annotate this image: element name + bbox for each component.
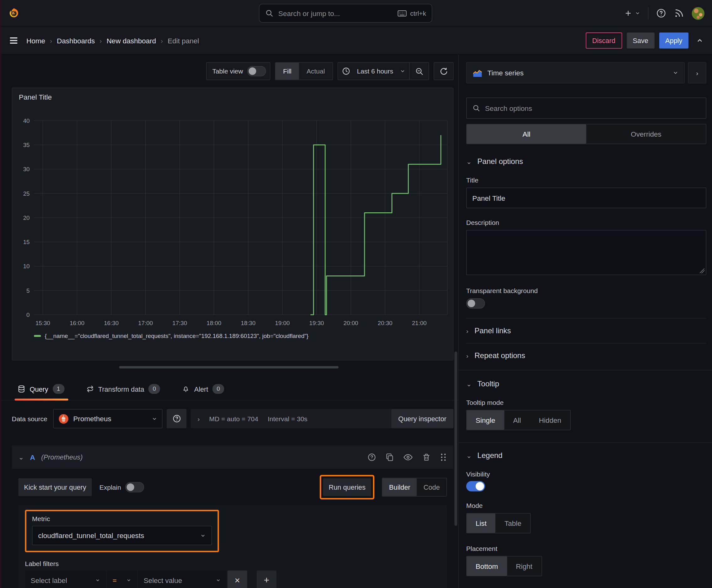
y-tick-label: 15 <box>23 239 30 245</box>
legend-section-header[interactable]: ⌄ Legend <box>466 451 706 460</box>
interval-summary: Interval = 30s <box>268 415 308 422</box>
panel-title-input[interactable] <box>466 188 706 208</box>
tab-query[interactable]: Query 1 <box>18 378 64 400</box>
tooltip-section-header[interactable]: ⌄ Tooltip <box>466 380 706 388</box>
breadcrumb-new-dashboard[interactable]: New dashboard <box>106 37 156 45</box>
tab-transform-data[interactable]: Transform data 0 <box>86 378 160 400</box>
explain-toggle[interactable] <box>125 482 144 492</box>
repeat-options-section[interactable]: › Repeat options <box>466 344 706 368</box>
tooltip-mode-hidden[interactable]: Hidden <box>530 411 570 430</box>
x-tick-label: 16:30 <box>104 320 118 327</box>
hide-query-eye-icon[interactable] <box>403 452 413 462</box>
tab-query-label: Query <box>30 385 48 393</box>
transparent-background-toggle[interactable] <box>466 298 485 309</box>
metric-select[interactable]: cloudflared_tunnel_total_requests <box>32 526 212 545</box>
breadcrumb-home[interactable]: Home <box>26 37 45 45</box>
discard-button[interactable]: Discard <box>585 33 622 49</box>
global-search-box[interactable]: Search or jump to... ctrl+k <box>259 4 432 23</box>
chevron-down-icon <box>200 533 206 538</box>
code-option[interactable]: Code <box>417 478 447 496</box>
metric-select-value: cloudflared_tunnel_total_requests <box>38 531 145 540</box>
query-row-header[interactable]: ⌄ A (Prometheus) <box>12 445 454 469</box>
left-column-scrollbar[interactable] <box>455 352 457 526</box>
drag-handle-grip-icon[interactable] <box>440 453 447 462</box>
select-label-placeholder: Select label <box>31 576 67 585</box>
legend-series-label[interactable]: {__name__="cloudflared_tunnel_total_requ… <box>45 333 308 339</box>
kick-start-query-button[interactable]: Kick start your query <box>19 478 92 496</box>
active-tab-underline <box>15 399 68 400</box>
tab-overrides[interactable]: Overrides <box>586 124 706 144</box>
legend-visibility-toggle[interactable] <box>466 481 485 491</box>
select-value-placeholder: Select value <box>144 576 182 585</box>
options-search-placeholder: Search options <box>485 104 532 112</box>
apply-button[interactable]: Apply <box>659 33 688 49</box>
tab-all-options[interactable]: All <box>467 124 586 144</box>
menu-hamburger-icon[interactable] <box>8 36 19 46</box>
explain-control: Explain <box>100 482 144 492</box>
search-icon <box>265 9 274 18</box>
collapse-query-chevron-icon[interactable]: ⌄ <box>19 453 24 461</box>
run-queries-button[interactable]: Run queries <box>323 478 371 496</box>
add-filter-button[interactable]: + <box>257 571 277 588</box>
legend-placement-right[interactable]: Right <box>507 556 542 576</box>
x-tick-label: 18:30 <box>241 320 256 327</box>
new-menu-button[interactable] <box>624 9 641 18</box>
visualization-picker[interactable]: Time series <box>466 62 685 84</box>
time-range-chevron-down-icon[interactable] <box>396 63 409 80</box>
tooltip-mode-all[interactable]: All <box>504 411 530 430</box>
metric-label: Metric <box>32 515 212 523</box>
legend-mode-list[interactable]: List <box>467 513 496 533</box>
builder-option[interactable]: Builder <box>382 478 417 496</box>
breadcrumb-separator: › <box>100 37 102 44</box>
query-inspector-button[interactable]: Query inspector <box>391 409 454 428</box>
grafana-logo[interactable] <box>7 7 20 20</box>
y-tick-label: 20 <box>23 214 30 221</box>
chevron-down-icon <box>126 578 132 583</box>
news-rss-icon[interactable] <box>674 8 684 19</box>
x-tick-label: 19:30 <box>309 320 324 327</box>
legend-placement-bottom[interactable]: Bottom <box>467 556 507 576</box>
help-icon[interactable] <box>656 8 667 19</box>
collapse-options-pane-button[interactable]: › <box>688 62 707 84</box>
panel-links-section[interactable]: › Panel links <box>466 318 706 343</box>
datasource-row: Data source Prometheus <box>12 409 454 428</box>
delete-query-trash-icon[interactable] <box>422 453 431 462</box>
fill-actual-segmented: Fill Actual <box>275 62 333 80</box>
save-button[interactable]: Save <box>627 33 654 49</box>
refresh-button[interactable] <box>434 62 454 80</box>
legend-mode-table[interactable]: Table <box>496 513 531 533</box>
pane-resize-handle[interactable] <box>119 366 339 369</box>
remove-filter-button[interactable]: ✕ <box>228 571 247 588</box>
select-label-dropdown[interactable]: Select label <box>25 571 106 588</box>
legend-visibility-label: Visibility <box>466 470 706 478</box>
breadcrumb-dashboards[interactable]: Dashboards <box>57 37 95 45</box>
datasource-help-button[interactable] <box>167 409 187 428</box>
user-avatar[interactable] <box>692 7 705 20</box>
panel-options-header-label: Panel options <box>477 158 523 166</box>
datasource-picker[interactable]: Prometheus <box>53 409 163 428</box>
textarea-resize-handle[interactable] <box>700 269 705 273</box>
tab-alert[interactable]: Alert 0 <box>182 378 224 400</box>
zoom-out-button[interactable] <box>410 63 429 80</box>
fill-option[interactable]: Fill <box>276 63 299 80</box>
options-search-box[interactable]: Search options <box>466 98 706 119</box>
panel-description-textarea[interactable] <box>466 230 706 275</box>
operator-dropdown[interactable]: = <box>107 571 137 588</box>
section-divider <box>459 370 712 371</box>
collapse-header-chevron-up-icon[interactable] <box>696 37 704 44</box>
query-help-icon[interactable] <box>367 453 376 462</box>
tooltip-mode-single[interactable]: Single <box>467 411 504 430</box>
actual-option[interactable]: Actual <box>299 63 332 80</box>
builder-code-segmented: Builder Code <box>382 478 447 497</box>
table-view-toggle[interactable] <box>247 66 266 76</box>
panel-options-sidebar: Time series › Search options All Overrid… <box>458 55 712 588</box>
time-series-chart[interactable]: 051015202530354015:3016:0016:3017:0017:3… <box>12 101 450 331</box>
y-tick-label: 10 <box>23 263 30 270</box>
panel-preview-title[interactable]: Panel Title <box>12 88 453 101</box>
expand-options-chevron-icon[interactable]: › <box>197 415 200 422</box>
table-view-control: Table view <box>206 62 271 80</box>
select-value-dropdown[interactable]: Select value <box>138 571 226 588</box>
panel-options-section-header[interactable]: ⌄ Panel options <box>466 158 706 166</box>
time-range-label[interactable]: Last 6 hours <box>357 67 393 75</box>
duplicate-query-icon[interactable] <box>385 453 394 462</box>
